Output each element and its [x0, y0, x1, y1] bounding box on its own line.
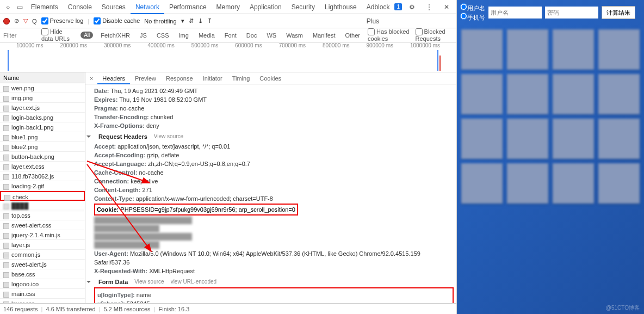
gear-icon[interactable]: ⚙ [407, 3, 416, 11]
issue-badge[interactable]: 1 [394, 3, 402, 10]
device-icon[interactable]: ▭ [17, 3, 23, 11]
dtab-cookies[interactable]: Cookies [255, 72, 286, 84]
thumbnail[interactable] [553, 119, 594, 159]
filter-doc[interactable]: Doc [244, 32, 259, 39]
filter-img[interactable]: Img [177, 32, 191, 39]
status-transferred: 4.6 MB transferred [46, 306, 95, 312]
filter-media[interactable]: Media [196, 32, 217, 39]
username-input[interactable] [488, 7, 542, 19]
download-icon[interactable]: ⤒ [207, 17, 212, 24]
request-row[interactable]: layer.ext.css [0, 162, 85, 171]
tab-lighthouse[interactable]: Lighthouse [320, 0, 362, 14]
request-row[interactable]: common.js [0, 250, 85, 260]
request-row[interactable]: check [0, 191, 85, 201]
tab-network[interactable]: Network [131, 0, 164, 14]
request-row[interactable]: sweet-alert.js [0, 260, 85, 269]
thumbnail[interactable] [461, 119, 503, 159]
dtab-preview[interactable]: Preview [130, 72, 161, 84]
filter-all[interactable]: All [81, 32, 93, 39]
password-input[interactable] [545, 7, 598, 19]
filter-xhr[interactable]: Fetch/XHR [98, 32, 132, 39]
close-detail-icon[interactable]: × [85, 75, 97, 82]
wifi-icon[interactable]: ⇵ [189, 17, 194, 24]
filter-input[interactable] [3, 32, 36, 39]
request-row[interactable]: sweet-alert.css [0, 220, 85, 230]
thumbnail[interactable] [553, 29, 594, 70]
submit-button[interactable]: 计算结果 [602, 6, 635, 19]
more-icon[interactable]: ⋮ [425, 3, 434, 11]
name-header[interactable]: Name [0, 72, 85, 83]
upload-icon[interactable]: ⤓ [198, 17, 203, 24]
disable-cache[interactable]: Disable cache [94, 17, 140, 25]
tab-elements[interactable]: Elements [26, 0, 63, 14]
thumbnail[interactable] [598, 119, 640, 159]
request-row[interactable]: layer.ext.js [0, 103, 85, 113]
thumbnail[interactable] [553, 74, 594, 114]
request-row[interactable]: wen.png [0, 83, 85, 93]
request-row[interactable]: layer.css [0, 299, 85, 303]
hide-data-urls[interactable]: Hide data URLs [41, 28, 75, 42]
request-row[interactable]: login-back1.png [0, 122, 85, 132]
request-row[interactable]: button-back.png [0, 152, 85, 162]
thumbnail[interactable] [461, 74, 503, 114]
tab-performance[interactable]: Performance [164, 0, 212, 14]
request-row[interactable]: login-backs.png [0, 113, 85, 122]
request-row[interactable]: base.css [0, 269, 85, 279]
thumbnail[interactable] [553, 163, 594, 204]
inspect-icon[interactable]: ⟐ [5, 3, 10, 11]
dtab-headers[interactable]: Headers [97, 72, 130, 84]
thumbnail[interactable] [507, 29, 548, 70]
dtab-timing[interactable]: Timing [227, 72, 255, 84]
close-icon[interactable]: ✕ [442, 3, 451, 11]
blocked-cookies[interactable]: Has blocked cookies [368, 28, 410, 42]
radio-phone[interactable]: 手机号 [460, 13, 485, 22]
thumbnail[interactable] [507, 163, 548, 204]
request-row[interactable]: 118.fb73b062.js [0, 171, 85, 181]
thumbnail[interactable] [461, 163, 503, 204]
throttling-select[interactable]: No throttling [144, 18, 176, 24]
request-headers-section[interactable]: Request HeadersView source [88, 132, 454, 141]
request-row[interactable]: ████ [0, 201, 85, 211]
filter-manifest[interactable]: Manifest [311, 32, 338, 39]
tab-application[interactable]: Application [245, 0, 287, 14]
search-icon[interactable]: Q [32, 18, 37, 24]
thumbnail[interactable] [598, 74, 640, 114]
thumbnail[interactable] [507, 74, 548, 114]
request-row[interactable]: jquery-2.1.4.min.js [0, 230, 85, 240]
thumbnail[interactable] [598, 163, 640, 204]
filter-other[interactable]: Other [343, 32, 363, 39]
thumbnail[interactable] [461, 29, 503, 70]
request-row[interactable]: layer.js [0, 240, 85, 250]
filter-css[interactable]: CSS [154, 32, 171, 39]
request-row[interactable]: loading-2.gif [0, 181, 85, 191]
filter-wasm[interactable]: Wasm [284, 32, 305, 39]
filter-font[interactable]: Font [222, 32, 239, 39]
request-list[interactable]: wen.pngimg.pnglayer.ext.jslogin-backs.pn… [0, 83, 85, 303]
thumbnail[interactable] [598, 29, 640, 70]
tab-security[interactable]: Security [287, 0, 320, 14]
request-row[interactable]: blue1.png [0, 132, 85, 142]
clear-icon[interactable]: ⊘ [14, 17, 19, 24]
filter-icon[interactable]: ▽ [23, 17, 28, 24]
request-row[interactable]: logooo.ico [0, 279, 85, 289]
tab-memory[interactable]: Memory [212, 0, 245, 14]
request-row[interactable]: main.css [0, 289, 85, 299]
dtab-initiator[interactable]: Initiator [198, 72, 227, 84]
timeline[interactable]: 100000 ms 200000 ms 300000 ms 400000 ms … [0, 42, 456, 72]
request-row[interactable]: top.css [0, 211, 85, 220]
record-button[interactable] [3, 18, 10, 24]
thumbnail[interactable] [507, 119, 548, 159]
status-finish: Finish: 16.3 [158, 306, 189, 312]
dtab-response[interactable]: Response [161, 72, 198, 84]
tab-adblock[interactable]: Adblock Plus [362, 0, 395, 14]
request-row[interactable]: blue2.png [0, 142, 85, 152]
request-row[interactable]: img.png [0, 93, 85, 103]
blocked-requests[interactable]: Blocked Requests [416, 28, 453, 42]
form-data-section[interactable]: Form DataView sourceview URL-encoded [88, 278, 454, 286]
preserve-log[interactable]: Preserve log [41, 17, 84, 25]
tab-sources[interactable]: Sources [97, 0, 131, 14]
tab-console[interactable]: Console [63, 0, 97, 14]
filter-js[interactable]: JS [138, 32, 149, 39]
filter-ws[interactable]: WS [264, 32, 278, 39]
radio-username[interactable]: 用户名 [460, 3, 485, 13]
